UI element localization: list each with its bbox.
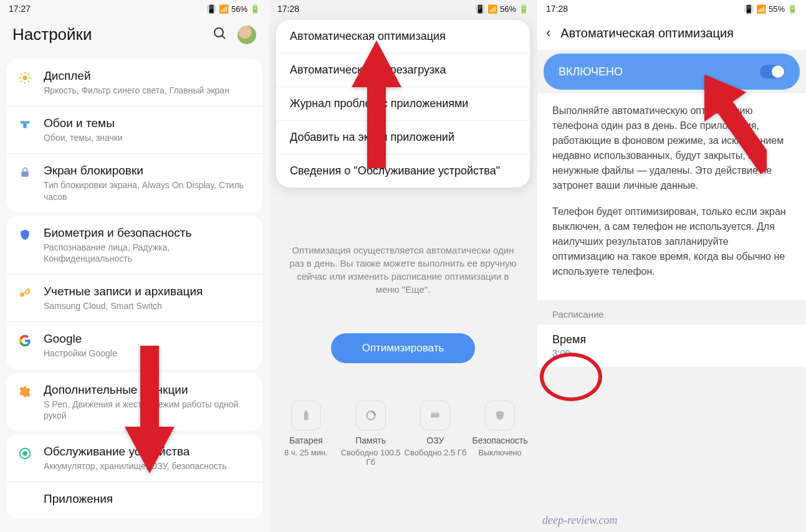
battery-icon: 🔋 — [250, 4, 260, 14]
svg-rect-19 — [305, 411, 307, 412]
vibrate-icon: 📳 — [475, 4, 485, 14]
item-title: Дисплей — [44, 69, 251, 83]
back-icon[interactable]: ‹ — [546, 25, 550, 41]
signal-icon: 📶 — [756, 4, 766, 14]
signal-icon: 📶 — [487, 4, 497, 14]
avatar[interactable] — [237, 26, 256, 44]
shield-icon — [485, 401, 515, 430]
status-time: 17:27 — [9, 4, 31, 14]
key-icon — [17, 286, 32, 301]
item-title: Экран блокировки — [44, 164, 251, 178]
svg-rect-12 — [23, 123, 27, 128]
settings-item-lockscreen[interactable]: Экран блокировкиТип блокировки экрана, A… — [6, 154, 262, 212]
menu-app-issues[interactable]: Журнал проблем с приложениями — [276, 87, 530, 121]
status-right: 📳 📶 56% 🔋 — [206, 4, 260, 14]
settings-item-wallpaper[interactable]: Обои и темыОбои, темы, значки — [6, 107, 262, 154]
item-title: Приложения — [44, 492, 251, 506]
shield-icon — [17, 227, 32, 242]
svg-rect-13 — [21, 172, 29, 177]
google-icon — [17, 333, 32, 348]
stat-label: Память — [338, 435, 403, 445]
svg-rect-18 — [304, 412, 309, 420]
battery-icon — [291, 401, 321, 430]
page-header: ‹ Автоматическая оптимизация — [537, 17, 806, 50]
annotation-circle — [540, 353, 602, 401]
stat-value: Свободно 100,5 Гб — [338, 448, 403, 467]
item-sub: Распознавание лица, Радужка, Конфиденциа… — [44, 242, 251, 264]
status-bar: 17:27 📳 📶 56% 🔋 — [0, 0, 269, 17]
time-label: Время — [552, 333, 791, 346]
svg-line-10 — [28, 74, 29, 75]
storage-icon — [356, 401, 386, 430]
sun-icon — [17, 70, 32, 85]
svg-line-7 — [21, 74, 22, 75]
menu-add-shortcut[interactable]: Добавить на экран приложений — [276, 121, 530, 154]
settings-group-1: ДисплейЯркость, Фильтр синего света, Гла… — [6, 59, 262, 212]
stat-value: Выключено — [468, 448, 532, 457]
item-title: Google — [44, 332, 251, 346]
stat-label: Батарея — [274, 435, 338, 445]
menu-auto-restart[interactable]: Автоматическая перезагрузка — [276, 54, 530, 87]
vibrate-icon: 📳 — [206, 4, 216, 14]
optimize-info-text: Оптимизация осуществляется автоматически… — [269, 188, 537, 315]
item-title: Учетные записи и архивация — [44, 285, 251, 298]
svg-rect-21 — [431, 414, 439, 418]
status-bar: 17:28 📳 📶 55% 🔋 — [537, 0, 806, 17]
search-icon[interactable] — [213, 26, 228, 44]
stat-label: Безопасность — [468, 435, 532, 445]
toggle-label: ВКЛЮЧЕНО — [559, 65, 623, 78]
stat-value: 8 ч. 25 мин. — [274, 448, 338, 457]
optimize-button[interactable]: Оптимизировать — [331, 333, 476, 363]
battery-pct: 55% — [769, 4, 785, 14]
page-title: Автоматическая оптимизация — [560, 26, 734, 40]
ram-icon — [420, 401, 450, 430]
stat-label: ОЗУ — [403, 435, 468, 445]
stat-ram[interactable]: ОЗУ Свободно 2,5 Гб — [403, 401, 468, 467]
description-para-2: Телефон будет оптимизирован, только если… — [552, 204, 791, 279]
annotation-arrow-up-2 — [704, 62, 767, 182]
battery-pct: 56% — [231, 4, 247, 14]
battery-pct: 56% — [500, 4, 516, 14]
item-sub: Яркость, Фильтр синего света, Главный эк… — [44, 85, 251, 96]
stat-value: Свободно 2,5 Гб — [403, 448, 468, 457]
item-sub: Samsung Cloud, Smart Switch — [44, 300, 251, 311]
settings-item-display[interactable]: ДисплейЯркость, Фильтр синего света, Гла… — [6, 59, 262, 107]
svg-rect-11 — [21, 121, 30, 124]
overflow-menu: Автоматическая оптимизация Автоматическа… — [276, 20, 530, 188]
item-title: Биометрия и безопасность — [44, 226, 251, 240]
svg-point-0 — [214, 28, 223, 37]
stat-storage[interactable]: Память Свободно 100,5 Гб — [338, 401, 403, 467]
svg-point-2 — [22, 75, 27, 80]
settings-item-accounts[interactable]: Учетные записи и архивацияSamsung Cloud,… — [6, 275, 262, 322]
status-bar: 17:28 📳 📶 56% 🔋 — [269, 0, 537, 17]
item-sub: Обои, темы, значки — [44, 132, 251, 143]
svg-line-9 — [21, 81, 22, 82]
status-right: 📳 📶 56% 🔋 — [475, 4, 529, 14]
page-title: Настройки — [12, 25, 92, 44]
settings-item-apps[interactable]: Приложения — [6, 482, 262, 518]
annotation-arrow-down — [125, 346, 175, 477]
signal-icon: 📶 — [219, 4, 229, 14]
stat-security[interactable]: Безопасность Выключено — [468, 401, 532, 467]
annotation-arrow-up-1 — [352, 40, 401, 171]
watermark: deep-review.com — [542, 514, 617, 527]
menu-about[interactable]: Сведения о "Обслуживание устройства" — [276, 154, 530, 188]
gear-icon — [17, 384, 32, 399]
apps-icon — [17, 493, 32, 508]
battery-icon: 🔋 — [787, 4, 797, 14]
schedule-section-label: Расписание — [537, 300, 806, 325]
svg-point-17 — [22, 451, 27, 455]
settings-item-biometrics[interactable]: Биометрия и безопасностьРаспознавание ли… — [6, 216, 262, 275]
lock-icon — [17, 165, 32, 180]
vibrate-icon: 📳 — [744, 4, 754, 14]
stat-battery[interactable]: Батарея 8 ч. 25 мин. — [274, 401, 338, 467]
battery-icon: 🔋 — [519, 4, 529, 14]
svg-line-8 — [28, 81, 29, 82]
menu-auto-optimize[interactable]: Автоматическая оптимизация — [276, 20, 530, 54]
device-stats: Батарея 8 ч. 25 мин. Память Свободно 100… — [269, 401, 537, 485]
settings-header: Настройки — [0, 17, 269, 55]
brush-icon — [17, 118, 32, 133]
item-title: Обои и темы — [44, 116, 251, 130]
svg-line-1 — [222, 36, 225, 39]
item-sub: Тип блокировки экрана, Always On Display… — [44, 179, 251, 202]
